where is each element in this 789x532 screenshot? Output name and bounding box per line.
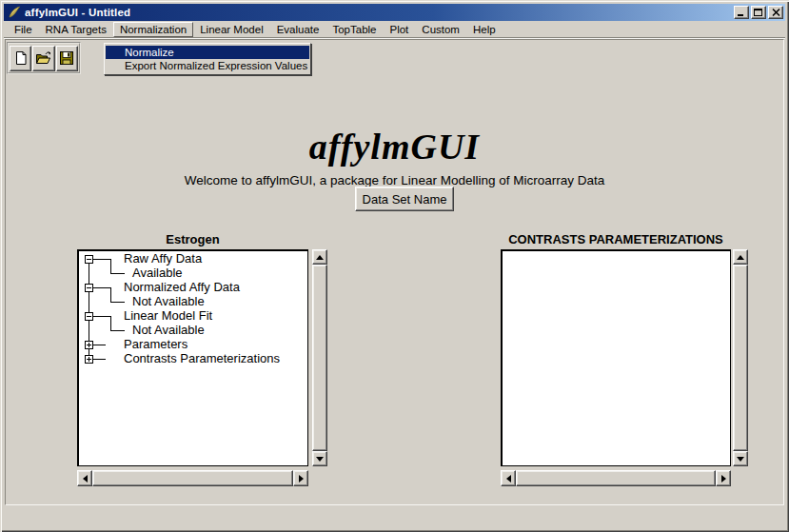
open-file-button[interactable] — [32, 46, 54, 71]
minimize-button[interactable] — [734, 6, 749, 19]
new-file-button[interactable] — [10, 46, 31, 71]
arrow-up-icon — [737, 255, 744, 260]
scroll-down-button[interactable] — [733, 451, 748, 466]
tree-expander[interactable] — [85, 341, 93, 349]
maximize-icon — [754, 9, 763, 17]
window-controls — [734, 6, 783, 19]
menu-item-help[interactable]: Help — [466, 22, 503, 37]
window-title: affylmGUI - Untitled — [25, 7, 130, 18]
menu-item-toptable[interactable]: TopTable — [325, 22, 383, 37]
dataset-name-button[interactable]: Data Set Name — [355, 187, 454, 211]
tree-item-normalized-status[interactable]: Not Available — [132, 295, 205, 308]
scroll-down-button[interactable] — [312, 451, 327, 466]
menu-item-file[interactable]: File — [8, 22, 39, 37]
estrogen-vertical-scrollbar[interactable] — [312, 249, 327, 466]
maximize-button[interactable] — [751, 6, 766, 19]
open-folder-icon — [35, 50, 52, 66]
feather-icon — [7, 6, 22, 19]
tree-item-raw-affy-status[interactable]: Available — [132, 266, 183, 280]
tree-expander[interactable] — [85, 312, 93, 321]
menu-item-evaluate[interactable]: Evaluate — [270, 22, 326, 37]
arrow-right-icon — [721, 475, 726, 483]
menu-item-custom[interactable]: Custom — [415, 22, 466, 37]
welcome-text: Welcome to affylmGUI, a package for Line… — [6, 173, 783, 187]
new-file-icon — [13, 50, 29, 66]
arrow-down-icon — [316, 457, 324, 462]
tree-item-normalized-affy-data[interactable]: Normalized Affy Data — [124, 281, 240, 294]
scroll-left-button[interactable] — [501, 470, 516, 486]
menubar: File RNA Targets Normalization Linear Mo… — [4, 21, 785, 38]
tree-item-raw-affy-data[interactable]: Raw Affy Data — [124, 252, 202, 266]
save-button[interactable] — [56, 46, 78, 71]
tree-item-contrasts-parameterizations[interactable]: Contrasts Parameterizations — [124, 352, 280, 365]
menu-item-normalization[interactable]: Normalization — [113, 22, 193, 37]
menu-item-linear-model[interactable]: Linear Model — [193, 22, 269, 37]
arrow-down-icon — [737, 457, 744, 462]
menu-item-export-normalized[interactable]: Export Normalized Expression Values — [106, 59, 309, 72]
estrogen-tree-listbox[interactable]: Raw Affy Data Available Normalized Affy … — [77, 249, 308, 466]
estrogen-panel-heading: Estrogen — [77, 232, 308, 246]
tree-expander[interactable] — [85, 284, 93, 292]
contrasts-listbox[interactable] — [501, 249, 731, 466]
menu-item-normalize[interactable]: Normalize — [106, 46, 309, 59]
minimize-icon — [737, 9, 746, 17]
tree-item-parameters[interactable]: Parameters — [124, 338, 187, 351]
scroll-left-button[interactable] — [77, 470, 92, 486]
app-title: affylmGUI — [6, 126, 783, 167]
arrow-left-icon — [506, 475, 511, 483]
tree-expander[interactable] — [85, 255, 93, 264]
save-icon — [59, 50, 74, 66]
arrow-left-icon — [83, 475, 88, 483]
scrollbar-thumb[interactable] — [516, 470, 716, 486]
tree-item-linear-model-fit[interactable]: Linear Model Fit — [124, 309, 212, 323]
contrasts-panel-heading: CONTRASTS PARAMETERIZATIONS — [501, 232, 731, 246]
toolbar — [7, 42, 81, 74]
client-area: Normalize Export Normalized Expression V… — [5, 39, 784, 505]
close-button[interactable] — [768, 6, 783, 19]
scrollbar-thumb[interactable] — [312, 265, 327, 451]
arrow-right-icon — [299, 475, 304, 483]
contrasts-horizontal-scrollbar[interactable] — [501, 470, 731, 486]
scroll-up-button[interactable] — [733, 249, 748, 265]
app-window: affylmGUI - Untitled File RNA Targets No… — [0, 0, 789, 532]
scroll-right-button[interactable] — [293, 470, 308, 486]
scroll-up-button[interactable] — [312, 249, 327, 265]
tree-item-linear-model-status[interactable]: Not Available — [132, 324, 205, 337]
tree-expander[interactable] — [85, 355, 93, 364]
contrasts-vertical-scrollbar[interactable] — [733, 249, 748, 466]
menu-item-plot[interactable]: Plot — [384, 22, 416, 37]
estrogen-horizontal-scrollbar[interactable] — [77, 470, 308, 486]
close-icon — [772, 9, 780, 16]
estrogen-tree: Raw Affy Data Available Normalized Affy … — [79, 251, 307, 465]
scrollbar-thumb[interactable] — [92, 470, 293, 486]
menu-item-rna-targets[interactable]: RNA Targets — [39, 22, 113, 37]
scroll-right-button[interactable] — [716, 470, 731, 486]
arrow-up-icon — [316, 255, 324, 260]
scrollbar-thumb[interactable] — [733, 265, 748, 451]
titlebar: affylmGUI - Untitled — [4, 4, 785, 21]
normalization-dropdown-menu: Normalize Export Normalized Expression V… — [104, 43, 311, 75]
